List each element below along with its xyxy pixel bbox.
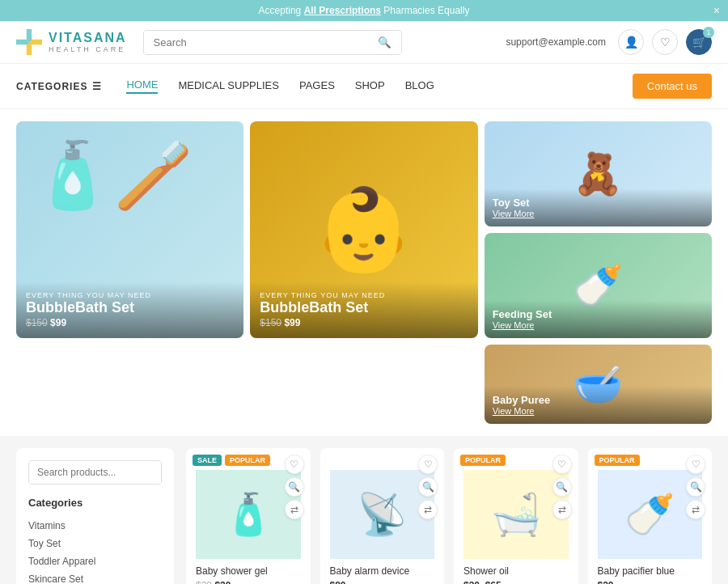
hero-main-price-old: $150 [26, 317, 48, 328]
search-bar: 🔍 [143, 30, 402, 55]
sidebar-search: 🔍 [28, 460, 162, 485]
header: VITASANA HEALTH CARE 🔍 support@example.c… [0, 21, 728, 64]
feeding-card-view[interactable]: View More [493, 320, 704, 330]
nav-home[interactable]: HOME [126, 78, 158, 94]
product-2-price: $80 [330, 580, 435, 584]
product-2-price-val: $80 [330, 580, 346, 584]
puree-card-name: Baby Puree [493, 394, 704, 406]
product-3-name: Shower oil [463, 565, 569, 577]
search-submit-button[interactable]: 🔍 [368, 31, 401, 54]
categories-menu[interactable]: CATEGORIES ☰ [16, 66, 102, 107]
compare-btn-3[interactable]: ⇄ [552, 500, 572, 519]
badge-popular-1: POPULAR [225, 455, 270, 466]
product-card-4: POPULAR ♡ 🔍 ⇄ 🍼 Baby pacifier blue $20 ★… [588, 448, 713, 584]
product-1-actions: ♡ 🔍 ⇄ [285, 455, 304, 519]
hero-center-title: BubbleBath Set [260, 299, 468, 317]
wishlist-btn-3[interactable]: ♡ [552, 455, 572, 474]
hero-puree-card[interactable]: 🥣 Baby Puree View More [485, 345, 712, 424]
header-right: support@example.com 👤 ♡ 🛒 1 [506, 29, 712, 55]
nav-menu: HOME MEDICAL SUPPLIES PAGES SHOP BLOG [126, 64, 434, 108]
banner-text: Accepting [259, 5, 304, 16]
product-3-badges: POPULAR [460, 455, 506, 466]
product-card-3: POPULAR ♡ 🔍 ⇄ 🛁 Shower oil $30–$65 ★★★★★… [454, 448, 578, 584]
zoom-btn-4[interactable]: 🔍 [686, 477, 705, 497]
zoom-btn-2[interactable]: 🔍 [418, 477, 438, 497]
brand-name: VITASANA [49, 30, 127, 45]
main-nav: CATEGORIES ☰ HOME MEDICAL SUPPLIES PAGES… [0, 64, 728, 109]
search-input[interactable] [144, 31, 368, 54]
compare-btn-4[interactable]: ⇄ [686, 500, 705, 519]
product-4-name: Baby pacifier blue [598, 565, 703, 577]
badge-popular-3: POPULAR [460, 455, 506, 466]
hero-main-price: $150 $99 [26, 317, 234, 328]
logo-cross-icon [16, 29, 42, 55]
banner-link[interactable]: All Prescriptions [304, 5, 381, 16]
zoom-btn-3[interactable]: 🔍 [552, 477, 572, 497]
banner-text-after: Pharmacies Equally [383, 5, 469, 16]
user-icon-button[interactable]: 👤 [618, 29, 644, 55]
cart-icon-button[interactable]: 🛒 1 [686, 29, 712, 55]
sidebar-categories-list: Vitamins Toy Set Toddler Apparel Skincar… [28, 517, 162, 584]
hero-main-icon: 🧴🪥 [32, 138, 194, 214]
hero-main-price-new: $99 [50, 317, 66, 328]
wishlist-btn-1[interactable]: ♡ [285, 455, 304, 474]
sidebar-cat-vitamins[interactable]: Vitamins [28, 517, 162, 535]
nav-medical-supplies[interactable]: MEDICAL SUPPLIES [178, 79, 279, 93]
badge-sale-1: SALE [193, 455, 222, 466]
hero-center-price-new: $99 [284, 317, 300, 328]
product-1-new-price: $20 [214, 580, 231, 584]
sidebar: 🔍 Categories Vitamins Toy Set Toddler Ap… [16, 448, 174, 584]
sidebar-cat-skincare-set[interactable]: Skincare Set [28, 570, 162, 584]
hero-center-subtitle: EVERY THING YOU MAY NEED [260, 291, 468, 299]
support-email: support@example.com [506, 36, 606, 48]
toy-card-label: Toy Set View More [485, 188, 712, 226]
product-4-actions: ♡ 🔍 ⇄ [686, 455, 705, 519]
product-2-actions: ♡ 🔍 ⇄ [418, 455, 438, 519]
sidebar-categories-title: Categories [28, 497, 162, 509]
nav-pages[interactable]: PAGES [299, 79, 335, 93]
zoom-btn-1[interactable]: 🔍 [285, 477, 304, 497]
hero-center-price-old: $150 [260, 317, 281, 328]
badge-popular-4: POPULAR [595, 455, 640, 466]
product-4-price: $20 [598, 580, 703, 584]
product-1-price: $30 $20 [196, 580, 301, 584]
puree-card-view[interactable]: View More [493, 406, 704, 416]
hero-toy-card[interactable]: 🧸 Toy Set View More [485, 121, 712, 226]
feeding-card-name: Feeding Set [493, 308, 704, 320]
hero-main-subtitle: EVERY THING YOU MAY NEED [26, 291, 234, 299]
product-card-2: ♡ 🔍 ⇄ 📡 Baby alarm device $80 ★★★★★ Add … [320, 448, 445, 584]
banner-close[interactable]: × [713, 4, 720, 17]
product-3-actions: ♡ 🔍 ⇄ [552, 455, 572, 519]
product-1-badges: SALE POPULAR [193, 455, 270, 466]
hamburger-icon: ☰ [92, 81, 102, 92]
hero-center-overlay: EVERY THING YOU MAY NEED BubbleBath Set … [250, 281, 477, 338]
hero-main-overlay: EVERY THING YOU MAY NEED BubbleBath Set … [16, 281, 243, 338]
hero-feeding-card[interactable]: 🍼 Feeding Set View More [485, 233, 712, 338]
hero-center-price: $150 $99 [260, 317, 468, 328]
compare-btn-2[interactable]: ⇄ [418, 500, 438, 519]
toy-card-view[interactable]: View More [493, 209, 704, 218]
main-content: 🔍 Categories Vitamins Toy Set Toddler Ap… [0, 436, 728, 584]
product-1-old-price: $30 [196, 580, 212, 584]
wishlist-btn-2[interactable]: ♡ [418, 455, 438, 474]
product-1-name: Baby shower gel [196, 565, 301, 577]
wishlist-icon-button[interactable]: ♡ [652, 29, 678, 55]
hero-center-card[interactable]: 👶 EVERY THING YOU MAY NEED BubbleBath Se… [250, 121, 477, 338]
sidebar-search-input[interactable] [29, 461, 162, 484]
sidebar-cat-toy-set[interactable]: Toy Set [28, 535, 162, 552]
cart-badge: 1 [703, 27, 714, 38]
contact-button[interactable]: Contact us [633, 74, 712, 99]
product-3-price: $30–$65 [463, 580, 569, 584]
product-4-badges: POPULAR [595, 455, 640, 466]
product-4-price-val: $20 [598, 580, 614, 584]
product-3-price-val: $30–$65 [463, 580, 502, 584]
products-grid: SALE POPULAR ♡ 🔍 ⇄ 🧴 Baby shower gel $30… [186, 448, 712, 584]
wishlist-btn-4[interactable]: ♡ [686, 455, 705, 474]
puree-card-label: Baby Puree View More [485, 386, 712, 424]
top-banner: Accepting All Prescriptions Pharmacies E… [0, 0, 728, 21]
nav-blog[interactable]: BLOG [405, 79, 434, 93]
sidebar-cat-toddler[interactable]: Toddler Apparel [28, 552, 162, 570]
hero-main-card[interactable]: 🧴🪥 EVERY THING YOU MAY NEED BubbleBath S… [16, 121, 243, 338]
compare-btn-1[interactable]: ⇄ [285, 500, 304, 519]
nav-shop[interactable]: SHOP [355, 79, 385, 93]
